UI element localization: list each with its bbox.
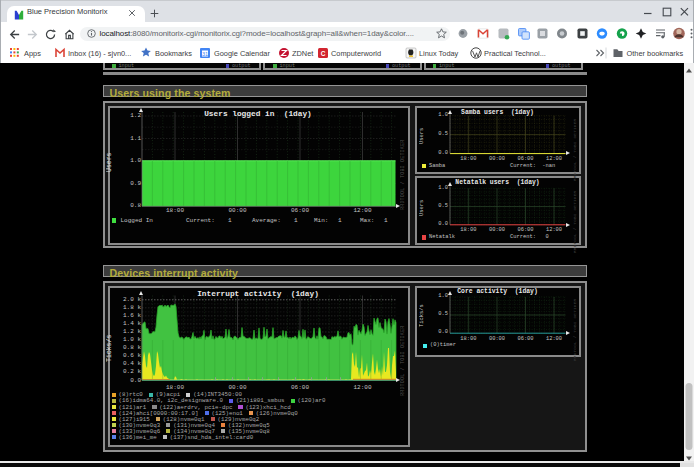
svg-text:31: 31 <box>202 51 208 57</box>
svg-text:C: C <box>321 50 326 57</box>
